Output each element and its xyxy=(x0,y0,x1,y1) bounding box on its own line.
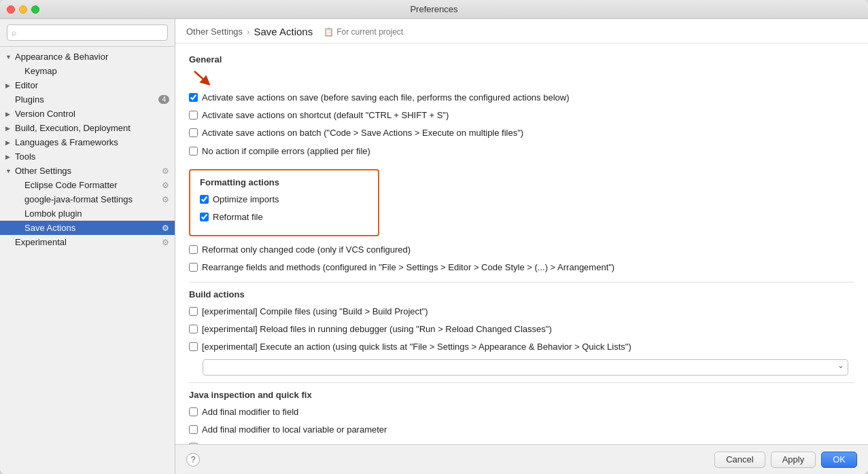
java-section-title: Java inspection and quick fix xyxy=(189,390,854,400)
search-input[interactable] xyxy=(7,24,168,41)
option-add-final-field: Add final modifier to field xyxy=(189,405,854,419)
expand-arrow: ▼ xyxy=(5,54,15,60)
option-compile-files: [experimental] Compile files (using "Bui… xyxy=(189,305,854,318)
sidebar-item-label: Appearance & Behavior xyxy=(15,52,169,62)
option-label: Reformat file xyxy=(213,211,263,223)
sidebar-item-tools[interactable]: ▶ Tools xyxy=(0,149,175,164)
option-optimize-imports: Optimize imports xyxy=(200,193,368,206)
expand-arrow: ▶ xyxy=(5,111,15,117)
option-reformat-file: Reformat file xyxy=(200,211,368,224)
option-label: Activate save actions on shortcut (defau… xyxy=(202,109,449,122)
checkbox-reformat-file[interactable] xyxy=(200,213,209,221)
checkbox-reformat-changed[interactable] xyxy=(189,245,198,254)
sidebar-item-google-java-format[interactable]: google-java-format Settings ⚙ xyxy=(0,192,175,206)
settings-icon: ⚙ xyxy=(162,166,169,176)
sidebar: ⌕ ▼ Appearance & Behavior Keymap ▶ xyxy=(0,19,175,474)
main-content: Other Settings › Save Actions 📋 For curr… xyxy=(175,19,868,474)
search-bar: ⌕ xyxy=(0,19,175,47)
apply-button[interactable]: Apply xyxy=(771,452,816,468)
expand-arrow: ▼ xyxy=(5,168,15,175)
checkbox-optimize-imports[interactable] xyxy=(200,195,209,204)
checkbox-reload-files[interactable] xyxy=(189,325,198,333)
action-dropdown[interactable] xyxy=(203,359,848,376)
ok-button[interactable]: OK xyxy=(821,452,857,468)
checkbox-no-action-compile-errors[interactable] xyxy=(189,147,198,156)
action-dropdown-row xyxy=(203,359,854,376)
checkbox-add-final-local[interactable] xyxy=(189,425,198,434)
checkbox-activate-on-shortcut[interactable] xyxy=(189,111,198,120)
breadcrumb: Other Settings › Save Actions xyxy=(186,26,313,37)
sidebar-tree: ▼ Appearance & Behavior Keymap ▶ Editor … xyxy=(0,47,175,474)
cancel-button[interactable]: Cancel xyxy=(714,452,765,468)
checkbox-activate-on-batch[interactable] xyxy=(189,128,198,137)
traffic-lights xyxy=(7,5,39,14)
sidebar-item-version-control[interactable]: ▶ Version Control xyxy=(0,107,175,121)
checkbox-execute-action[interactable] xyxy=(189,342,198,351)
sidebar-item-label: Experimental xyxy=(15,237,159,247)
content-area: ⌕ ▼ Appearance & Behavior Keymap ▶ xyxy=(0,19,868,474)
divider2 xyxy=(189,382,854,383)
sidebar-item-label: Editor xyxy=(15,80,169,90)
project-tag: 📋 For current project xyxy=(324,27,403,37)
option-activate-on-batch: Activate save actions on batch ("Code > … xyxy=(189,126,854,140)
breadcrumb-separator: › xyxy=(247,26,249,37)
option-add-final-local: Add final modifier to local variable or … xyxy=(189,423,854,437)
option-label: [experimental] Execute an action (using … xyxy=(202,341,631,353)
search-wrap: ⌕ xyxy=(7,24,168,41)
option-label: Rearrange fields and methods (configured… xyxy=(202,261,614,274)
sidebar-item-save-actions[interactable]: Save Actions ⚙ xyxy=(0,221,175,235)
expand-arrow: ▶ xyxy=(5,139,15,146)
sidebar-item-lombok-plugin[interactable]: Lombok plugin xyxy=(0,206,175,221)
main-header: Other Settings › Save Actions 📋 For curr… xyxy=(175,19,868,43)
option-reload-files: [experimental] Reload files in running d… xyxy=(189,323,854,336)
option-label: Activate save actions on save (before sa… xyxy=(202,92,570,104)
sidebar-item-plugins[interactable]: Plugins 4 xyxy=(0,92,175,107)
project-icon: 📋 xyxy=(324,27,334,37)
window-title: Preferences xyxy=(410,4,457,14)
option-label: Add final modifier to field xyxy=(202,406,298,418)
sidebar-item-label: Other Settings xyxy=(15,166,159,176)
expand-arrow: ▶ xyxy=(5,153,15,160)
help-button[interactable]: ? xyxy=(186,453,200,467)
sidebar-item-appearance-behavior[interactable]: ▼ Appearance & Behavior xyxy=(0,50,175,64)
sidebar-item-editor[interactable]: ▶ Editor xyxy=(0,78,175,92)
sidebar-item-label: Lombok plugin xyxy=(24,208,169,219)
maximize-button[interactable] xyxy=(31,5,39,14)
option-rearrange-fields: Rearrange fields and methods (configured… xyxy=(189,261,854,274)
close-button[interactable] xyxy=(7,5,15,14)
option-label: No action if compile errors (applied per… xyxy=(202,145,370,158)
bottom-bar: ? Cancel Apply OK xyxy=(175,444,868,474)
option-label: Optimize imports xyxy=(213,194,279,206)
checkbox-activate-on-save[interactable] xyxy=(189,93,198,102)
main-scroll[interactable]: General xyxy=(175,43,868,444)
project-label: For current project xyxy=(336,27,403,37)
option-label: [experimental] Reload files in running d… xyxy=(202,323,552,335)
option-no-action-compile-errors: No action if compile errors (applied per… xyxy=(189,145,854,158)
red-arrow-icon xyxy=(189,70,211,86)
checkbox-add-final-field[interactable] xyxy=(189,407,198,416)
minimize-button[interactable] xyxy=(19,5,27,14)
sidebar-item-label: Eclipse Code Formatter xyxy=(24,180,159,190)
sidebar-item-keymap[interactable]: Keymap xyxy=(0,64,175,78)
action-dropdown-wrap xyxy=(203,359,848,376)
build-section-title: Build actions xyxy=(189,289,854,299)
sidebar-item-experimental[interactable]: Experimental ⚙ xyxy=(0,235,175,249)
sidebar-item-other-settings[interactable]: ▼ Other Settings ⚙ xyxy=(0,164,175,178)
breadcrumb-current: Save Actions xyxy=(254,26,313,37)
formatting-section-title: Formatting actions xyxy=(200,177,368,187)
sidebar-item-build-execution[interactable]: ▶ Build, Execution, Deployment xyxy=(0,121,175,135)
sidebar-item-languages-frameworks[interactable]: ▶ Languages & Frameworks xyxy=(0,135,175,149)
option-execute-action: [experimental] Execute an action (using … xyxy=(189,340,854,354)
formatting-actions-box: Formatting actions Optimize imports Refo… xyxy=(189,169,379,236)
bottom-actions: Cancel Apply OK xyxy=(714,452,857,468)
option-activate-on-shortcut: Activate save actions on shortcut (defau… xyxy=(189,109,854,122)
option-label: Reformat only changed code (only if VCS … xyxy=(202,244,411,256)
option-label: Add final modifier to local variable or … xyxy=(202,424,387,436)
checkbox-compile-files[interactable] xyxy=(189,307,198,316)
breadcrumb-parent: Other Settings xyxy=(186,26,243,37)
checkbox-rearrange-fields[interactable] xyxy=(189,263,198,272)
sidebar-item-eclipse-formatter[interactable]: Eclipse Code Formatter ⚙ xyxy=(0,178,175,192)
sidebar-item-label: google-java-format Settings xyxy=(24,194,159,204)
divider xyxy=(189,282,854,282)
settings-icon: ⚙ xyxy=(162,238,169,247)
